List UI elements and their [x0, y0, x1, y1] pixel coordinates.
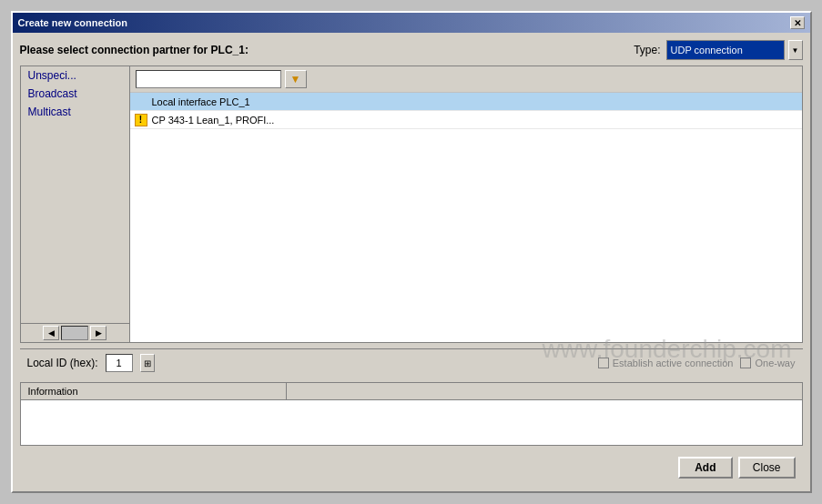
- oneway-group: One-way: [740, 358, 795, 368]
- header-row: Please select connection partner for PLC…: [20, 40, 803, 60]
- local-id-input[interactable]: [106, 354, 133, 372]
- bottom-controls: Local ID (hex): ⊞ Establish active conne…: [20, 348, 803, 377]
- create-connection-dialog: Create new connection ✕ Please select co…: [11, 11, 812, 493]
- local-id-label: Local ID (hex):: [27, 357, 98, 369]
- type-dropdown-arrow[interactable]: ▼: [788, 40, 803, 60]
- title-bar: Create new connection ✕: [13, 13, 810, 33]
- list-item-label-local: Local interface PLC_1: [152, 96, 250, 107]
- list-item[interactable]: ! CP 343-1 Lean_1, PROFI...: [130, 111, 802, 129]
- info-table-body: [21, 400, 802, 437]
- connection-prompt: Please select connection partner for PLC…: [20, 44, 249, 56]
- left-item-broadcast[interactable]: Broadcast: [21, 85, 129, 103]
- left-scrollbar: ◀ ▶: [21, 323, 129, 342]
- type-label: Type:: [634, 44, 660, 56]
- list-item[interactable]: Local interface PLC_1: [130, 93, 802, 111]
- prompt-text: Please select connection partner for: [20, 44, 211, 56]
- info-header-row: Information: [21, 383, 802, 400]
- scroll-track[interactable]: [61, 326, 88, 340]
- establish-connection-label: Establish active connection: [613, 358, 734, 368]
- type-section: Type: UDP connection TCP connection ISO-…: [634, 40, 802, 60]
- info-col-header-1: Information: [21, 383, 287, 399]
- right-panel: ▼ Local interface PLC_1 ! CP 343-1 Lean_…: [130, 66, 802, 342]
- info-table: Information: [20, 382, 803, 446]
- scroll-left-btn[interactable]: ◀: [43, 326, 59, 340]
- item-warning-icon: !: [134, 113, 148, 127]
- search-row: ▼: [130, 66, 802, 93]
- list-item-label-cp343: CP 343-1 Lean_1, PROFI...: [152, 115, 275, 126]
- left-items-list: Unspeci... Broadcast Multicast: [21, 66, 129, 323]
- main-area: Unspeci... Broadcast Multicast ◀ ▶: [20, 66, 803, 343]
- search-input[interactable]: [136, 70, 281, 88]
- item-icon-local: [134, 95, 148, 109]
- left-item-unspecified[interactable]: Unspeci...: [21, 66, 129, 85]
- oneway-label: One-way: [755, 358, 795, 368]
- establish-connection-checkbox[interactable]: [598, 358, 609, 368]
- connection-list: Local interface PLC_1 ! CP 343-1 Lean_1,…: [130, 93, 802, 342]
- filter-button[interactable]: ▼: [285, 70, 307, 88]
- plc-name: PLC_1:: [211, 44, 249, 56]
- close-button[interactable]: Close: [738, 457, 796, 479]
- left-panel: Unspeci... Broadcast Multicast ◀ ▶: [21, 66, 130, 342]
- establish-connection-group: Establish active connection: [598, 358, 734, 368]
- left-item-multicast[interactable]: Multicast: [21, 103, 129, 121]
- scroll-right-btn[interactable]: ▶: [90, 326, 107, 340]
- dialog-title: Create new connection: [18, 17, 127, 28]
- close-title-button[interactable]: ✕: [790, 16, 805, 29]
- local-id-spinner[interactable]: ⊞: [140, 354, 155, 372]
- type-dropdown[interactable]: UDP connection TCP connection ISO-on-TCP…: [666, 40, 785, 60]
- warning-indicator: !: [135, 114, 147, 126]
- scroll-nav: ◀ ▶: [43, 326, 107, 340]
- info-col-header-2: [287, 383, 802, 399]
- dialog-content: Please select connection partner for PLC…: [13, 33, 810, 491]
- footer-row: Add Close: [20, 451, 803, 484]
- oneway-checkbox[interactable]: [740, 358, 751, 368]
- add-button[interactable]: Add: [678, 457, 733, 479]
